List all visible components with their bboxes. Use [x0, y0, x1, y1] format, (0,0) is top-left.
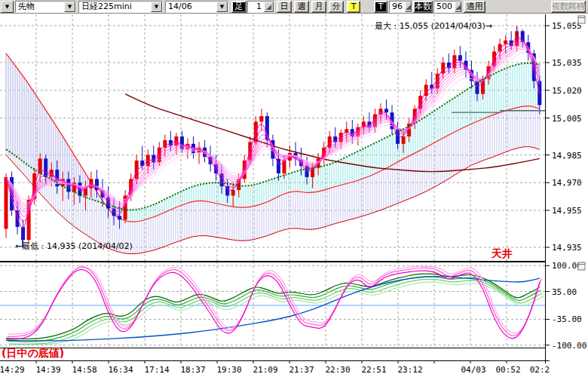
level-lines: [452, 111, 545, 112]
panel-corner-icons: [578, 16, 585, 270]
svg-text:14,955: 14,955: [552, 206, 582, 216]
svg-text:14:29: 14:29: [0, 365, 25, 375]
svg-text:15,035: 15,035: [552, 58, 582, 68]
svg-text:14,970: 14,970: [552, 178, 582, 188]
oscillator-panel: [0, 266, 545, 344]
long-ma-line: [125, 94, 540, 172]
svg-text:00:52: 00:52: [495, 365, 520, 375]
svg-text:100.00: 100.00: [552, 261, 582, 271]
svg-text:17:14: 17:14: [144, 365, 169, 375]
panel-restore-icon[interactable]: [578, 262, 585, 270]
svg-text:14:58: 14:58: [72, 365, 96, 375]
svg-text:04/03: 04/03: [461, 365, 485, 375]
svg-text:15,005: 15,005: [552, 114, 582, 124]
svg-text:16:34: 16:34: [108, 365, 133, 375]
price-chart-canvas[interactable]: 15,05515,03515,02015,00514,98514,97014,9…: [0, 0, 588, 377]
panel-restore-icon[interactable]: [578, 16, 585, 23]
svg-text:35.00: 35.00: [552, 287, 577, 297]
svg-text:14,935: 14,935: [552, 243, 582, 253]
svg-text:-100.00: -100.00: [552, 341, 586, 351]
svg-text:22:30: 22:30: [325, 365, 350, 375]
ceiling-annotation: 天井: [492, 247, 513, 261]
svg-text:-35.00: -35.00: [552, 314, 582, 324]
svg-text:22:51: 22:51: [361, 365, 386, 375]
min-price-annotation: ←最低 : 14,935 (2014/04/02): [15, 241, 133, 252]
svg-text:14,985: 14,985: [552, 151, 582, 161]
svg-text:14:39: 14:39: [35, 365, 60, 375]
svg-text:23:12: 23:12: [397, 365, 422, 375]
svg-text:02:2: 02:2: [530, 365, 550, 375]
svg-text:15,020: 15,020: [552, 86, 582, 96]
svg-text:21:09: 21:09: [253, 365, 277, 375]
svg-text:18:37: 18:37: [180, 365, 205, 375]
intraday-low-annotation: (日中の底値): [2, 347, 64, 360]
svg-text:19:30: 19:30: [216, 365, 241, 375]
svg-text:21:37: 21:37: [289, 365, 314, 375]
max-price-annotation: 最大 : 15,055 (2014/04/03)→: [375, 20, 492, 32]
chart-application: ▼ 先物 ▼ 日経225mini ▼ 14/06 ▼ 足 1 ◢ 日 週 月 分…: [0, 0, 588, 377]
svg-text:15,055: 15,055: [552, 21, 582, 31]
